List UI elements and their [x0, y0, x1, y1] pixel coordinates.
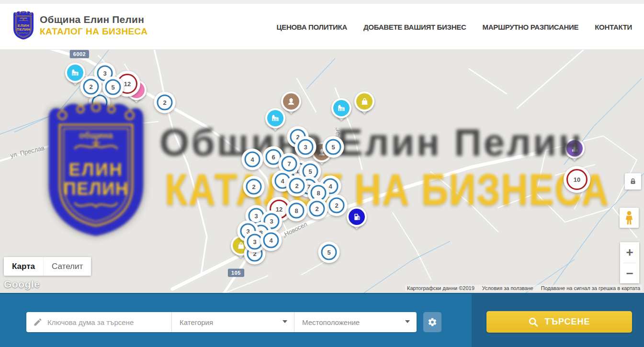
svg-text:ЕЛИН: ЕЛИН — [18, 23, 29, 28]
cluster-marker[interactable]: 8 — [286, 200, 307, 222]
watermark-crest: община ЕЛИН ПЕЛИН — [42, 100, 150, 239]
site-logo[interactable]: община ЕЛИН ПЕЛИН Община Елин Пелин КАТА… — [12, 10, 147, 41]
factory-pin-marker[interactable] — [331, 98, 351, 118]
search-panel: Категория Местоположение ТЪРСЕНЕ — [0, 293, 644, 347]
cluster-marker[interactable]: 4 — [260, 230, 282, 251]
satellite-view-button[interactable]: Сателит — [43, 257, 91, 276]
watermark-title: Община Елин Пелин — [159, 123, 584, 163]
main-nav: ЦЕНОВА ПОЛИТИКАДОБАВЕТЕ ВАШИЯТ БИЗНЕСМАР… — [277, 4, 632, 50]
zoom-out-button[interactable]: − — [620, 263, 639, 284]
worker-icon — [283, 93, 299, 110]
cluster-count: 4 — [263, 233, 279, 248]
bag-pin-marker[interactable] — [354, 91, 374, 112]
cluster-count: 3 — [298, 139, 314, 155]
attribution-copyright: Картографски данни ©2019 — [407, 285, 475, 291]
cluster-marker[interactable]: 3 — [295, 136, 316, 158]
cluster-count: 2 — [309, 201, 325, 217]
cluster-marker[interactable]: 10 — [564, 166, 590, 193]
bag-icon — [356, 93, 373, 110]
keyword-search-input[interactable] — [47, 318, 167, 326]
location-select[interactable]: Местоположение — [294, 312, 417, 332]
svg-text:община: община — [79, 130, 113, 140]
pencil-icon — [33, 317, 43, 327]
chevron-down-icon — [405, 320, 410, 323]
nav-item-2[interactable]: ДОБАВЕТЕ ВАШИЯТ БИЗНЕС — [363, 23, 466, 31]
cluster-count: 5 — [321, 245, 337, 260]
page: община ЕЛИН ПЕЛИН Община Елин Пелин КАТА… — [0, 0, 644, 347]
cluster-marker[interactable]: 2 — [306, 198, 328, 220]
cluster-count: 5 — [105, 79, 121, 95]
cluster-count: 8 — [289, 203, 305, 219]
category-select-label: Категория — [180, 318, 213, 326]
cluster-count: 4 — [245, 152, 260, 168]
terms-link[interactable]: Условия за ползване — [482, 285, 533, 291]
municipality-crest-icon: община ЕЛИН ПЕЛИН — [12, 10, 35, 41]
cluster-marker[interactable]: 5 — [323, 136, 344, 158]
cluster-count: 7 — [282, 156, 297, 172]
nav-item-3[interactable]: МАРШРУТНО РАЗПИСАНИЕ — [482, 23, 578, 31]
cluster-count: 2 — [329, 198, 345, 213]
svg-text:ЕЛИН: ЕЛИН — [69, 160, 124, 179]
road-number-badge: 6002 — [70, 50, 89, 58]
map-view-button[interactable]: Карта — [4, 257, 43, 276]
map-canvas[interactable]: ул. Преславбул. „Новоселци“ 6002105 общи… — [0, 50, 644, 293]
search-submit-button[interactable]: ТЪРСЕНЕ — [486, 311, 632, 333]
fullscreen-lock-button[interactable] — [625, 173, 641, 190]
cluster-count: 2 — [83, 79, 99, 95]
search-icon — [528, 317, 539, 327]
factory-icon — [333, 100, 350, 116]
brand-text: Община Елин Пелин КАТАЛОГ НА БИЗНЕСА — [40, 14, 147, 37]
watermark-subtitle: КАТАЛОГ НА БИЗНЕСА — [165, 167, 610, 213]
factory-icon — [67, 65, 83, 81]
map-attribution: Картографски данни ©2019 Условия за полз… — [405, 285, 642, 291]
location-select-label: Местоположение — [302, 318, 360, 326]
svg-text:ПЕЛИН: ПЕЛИН — [16, 27, 30, 32]
search-button-label: ТЪРСЕНЕ — [544, 317, 590, 327]
svg-text:община: община — [20, 17, 28, 19]
map-type-control: Карта Сателит — [4, 257, 91, 276]
cluster-count: 2 — [246, 179, 262, 195]
road-number-badge: 105 — [228, 269, 244, 277]
cluster-marker[interactable]: 2 — [243, 176, 265, 198]
gear-icon — [428, 317, 437, 327]
cluster-count: 10 — [566, 169, 588, 190]
chevron-down-icon — [282, 320, 287, 323]
cluster-count: 2 — [157, 95, 173, 111]
keyword-cell — [26, 312, 171, 332]
cluster-marker[interactable]: 5 — [318, 242, 340, 263]
svg-text:ПЕЛИН: ПЕЛИН — [64, 179, 129, 199]
google-logo[interactable]: Google — [4, 279, 40, 290]
site-title: Община Елин Пелин — [40, 14, 147, 25]
cluster-count: 5 — [326, 139, 341, 155]
zoom-in-button[interactable]: + — [620, 242, 639, 263]
nav-item-4[interactable]: КОНТАКТИ — [595, 23, 632, 31]
pegman-icon — [623, 211, 635, 225]
cluster-count: 2 — [289, 178, 305, 194]
search-input-group: Категория Местоположение — [26, 312, 417, 332]
cluster-marker[interactable]: 5 — [102, 77, 124, 98]
advanced-settings-button[interactable] — [423, 312, 441, 332]
header: община ЕЛИН ПЕЛИН Община Елин Пелин КАТА… — [0, 0, 644, 50]
zoom-control: + − — [620, 242, 639, 283]
category-select[interactable]: Категория — [171, 312, 294, 332]
cluster-marker[interactable]: 2 — [80, 76, 102, 98]
street-view-pegman-button[interactable] — [620, 208, 639, 228]
report-error-link[interactable]: Подаване на сигнал за грешка в картата — [541, 285, 640, 291]
nav-item-1[interactable]: ЦЕНОВА ПОЛИТИКА — [277, 23, 347, 31]
cluster-marker[interactable]: 2 — [154, 92, 176, 113]
site-subtitle: КАТАЛОГ НА БИЗНЕСА — [40, 26, 147, 37]
cluster-marker[interactable]: 2 — [326, 195, 348, 216]
cluster-marker[interactable]: 2 — [286, 175, 308, 197]
cluster-marker[interactable]: 4 — [242, 149, 263, 170]
lock-icon — [629, 177, 637, 186]
